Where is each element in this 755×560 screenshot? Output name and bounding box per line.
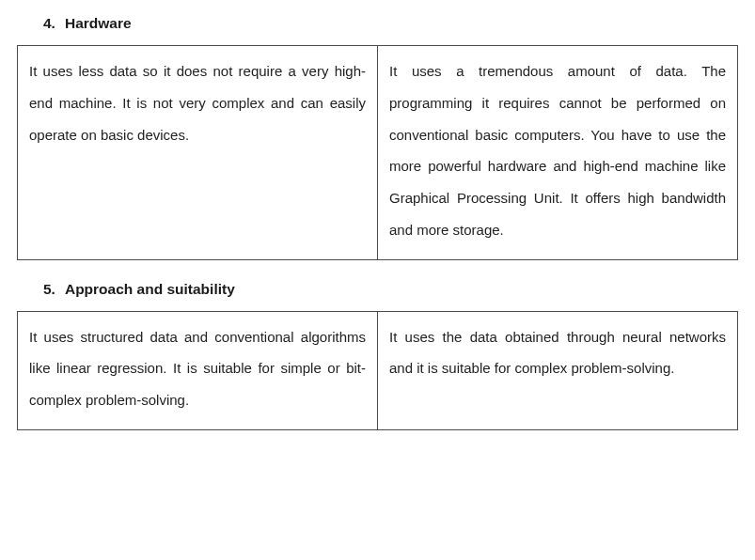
section-title: Approach and suitability [65,281,235,297]
cell-text: It uses structured data and conventional… [29,321,366,416]
section-heading-hardware: 4.Hardware [17,15,738,45]
cell-text: It uses the data obtained through neural… [389,321,726,385]
section-number: 4. [43,15,55,32]
cell-text: It uses a tremendous amount of data. The… [389,55,726,246]
cell-text: It uses less data so it does not require… [29,55,366,150]
table-cell-left: It uses structured data and conventional… [18,311,378,429]
table-row: It uses structured data and conventional… [18,311,738,429]
table-cell-right: It uses a tremendous amount of data. The… [378,46,738,260]
table-cell-left: It uses less data so it does not require… [18,46,378,260]
section-heading-approach: 5.Approach and suitability [17,281,738,311]
section-title: Hardware [65,15,132,31]
section-number: 5. [43,281,55,298]
table-row: It uses less data so it does not require… [18,46,738,260]
comparison-table-approach: It uses structured data and conventional… [17,311,738,430]
table-cell-right: It uses the data obtained through neural… [378,311,738,429]
comparison-table-hardware: It uses less data so it does not require… [17,45,738,260]
